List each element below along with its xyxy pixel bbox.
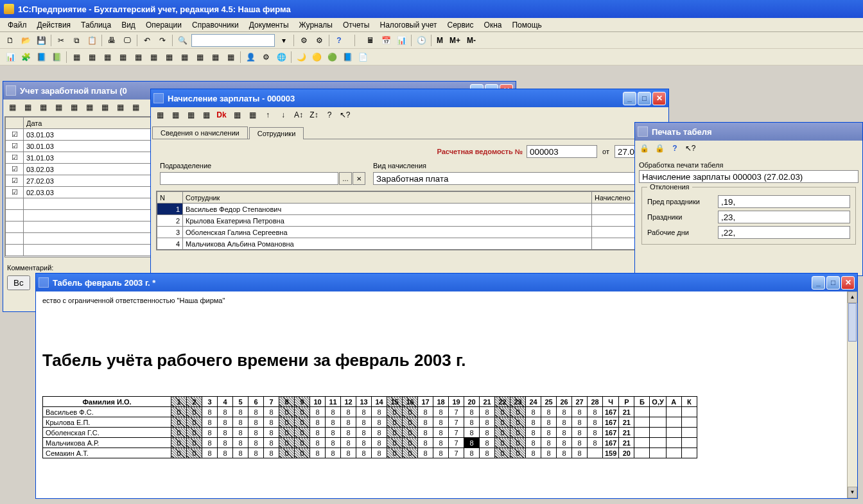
clock-icon[interactable]: 🕒 <box>414 33 428 48</box>
nav22-icon[interactable]: 📄 <box>356 50 370 64</box>
preview-icon[interactable]: 🖵 <box>120 33 134 48</box>
jtool1-icon[interactable]: ▦ <box>5 100 19 114</box>
select-button[interactable]: … <box>339 172 352 185</box>
podrazd-input[interactable] <box>160 172 338 185</box>
maximize-button[interactable]: □ <box>826 276 840 290</box>
memory-mminus-button[interactable]: М- <box>464 33 478 48</box>
ptool8-icon[interactable]: ↑ <box>261 108 275 122</box>
menu-Сервис[interactable]: Сервис <box>442 19 478 31</box>
nav17-icon[interactable]: ⚙ <box>259 50 273 64</box>
ptool2-icon[interactable]: ▦ <box>168 108 182 122</box>
chart-icon[interactable]: 📊 <box>394 33 408 48</box>
find-next-icon[interactable]: ▾ <box>277 33 291 48</box>
menu-Файл[interactable]: Файл <box>3 19 32 31</box>
ptool9-icon[interactable]: ↓ <box>276 108 290 122</box>
ptool4-icon[interactable]: ▦ <box>199 108 213 122</box>
nav3-icon[interactable]: 📘 <box>34 50 48 64</box>
tp-docinfo[interactable] <box>639 170 859 183</box>
new-icon[interactable]: 🗋 <box>3 33 17 48</box>
menu-Журналы[interactable]: Журналы <box>294 19 338 31</box>
nav7-icon[interactable]: ▦ <box>100 50 114 64</box>
ptool3-icon[interactable]: ▦ <box>184 108 198 122</box>
menu-Налоговый учет[interactable]: Налоговый учет <box>374 19 442 31</box>
menu-Операции[interactable]: Операции <box>141 19 187 31</box>
maximize-button[interactable]: □ <box>638 92 651 105</box>
cut-icon[interactable]: ✂ <box>54 33 68 48</box>
employees-table[interactable]: NСотрудникНачислено1Васильев Федор Степа… <box>157 191 663 250</box>
nav2-icon[interactable]: 🧩 <box>19 50 33 64</box>
nav20-icon[interactable]: 🟢 <box>325 50 339 64</box>
nav21-icon[interactable]: 📘 <box>340 50 354 64</box>
print-icon[interactable]: 🖶 <box>105 33 119 48</box>
nav4-icon[interactable]: 📗 <box>49 50 64 64</box>
help-icon[interactable]: ? <box>332 33 346 48</box>
paste-icon[interactable]: 📋 <box>85 33 99 48</box>
tp-help-icon[interactable]: ? <box>668 141 682 155</box>
nav1-icon[interactable]: 📊 <box>3 50 17 64</box>
compute-button[interactable]: Вс <box>7 275 30 290</box>
nav9-icon[interactable]: ▦ <box>131 50 145 64</box>
nav10-icon[interactable]: ▦ <box>146 50 161 64</box>
ptool7-icon[interactable]: ▦ <box>245 108 259 122</box>
tab-employees[interactable]: Сотрудники <box>249 127 304 139</box>
menu-Отчеты[interactable]: Отчеты <box>338 19 374 31</box>
save-icon[interactable]: 💾 <box>34 33 48 48</box>
minimize-button[interactable]: _ <box>812 276 825 290</box>
nav15-icon[interactable]: ▦ <box>223 50 238 64</box>
menu-Действия[interactable]: Действия <box>32 19 76 31</box>
tool-b-icon[interactable]: ⚙ <box>312 33 326 48</box>
ptool6-icon[interactable]: ▦ <box>230 108 244 122</box>
ptool5-icon[interactable]: Dk <box>214 108 229 122</box>
jtool8-icon[interactable]: ▦ <box>113 100 127 114</box>
payroll-titlebar[interactable]: Начисление зарплаты - 000003 _ □ ✕ <box>151 89 668 107</box>
close-button[interactable]: ✕ <box>652 92 666 105</box>
report-titlebar[interactable]: Табель февраль 2003 г. * _ □ ✕ <box>36 274 857 291</box>
tab-info[interactable]: Сведения о начислении <box>152 126 248 139</box>
redo-icon[interactable]: ↷ <box>155 33 170 48</box>
jtool5-icon[interactable]: ▦ <box>67 100 81 114</box>
clear-button[interactable]: ✕ <box>353 172 365 185</box>
rab-input[interactable] <box>718 226 850 239</box>
copy-icon[interactable]: ⧉ <box>69 33 83 48</box>
ptool12-icon[interactable]: ? <box>322 108 336 122</box>
jtool7-icon[interactable]: ▦ <box>98 100 112 114</box>
calendar-icon[interactable]: 📅 <box>379 33 393 48</box>
nav11-icon[interactable]: ▦ <box>162 50 176 64</box>
menu-Таблица[interactable]: Таблица <box>76 19 116 31</box>
menu-Окна[interactable]: Окна <box>479 19 507 31</box>
find-input[interactable] <box>191 34 275 47</box>
ptool10-icon[interactable]: A↕ <box>292 108 306 122</box>
nav18-icon[interactable]: 🌙 <box>294 50 308 64</box>
nav16-icon[interactable]: 👤 <box>243 50 257 64</box>
nav12-icon[interactable]: ▦ <box>177 50 191 64</box>
scrollbar-vertical[interactable] <box>847 291 857 498</box>
tp2-icon[interactable]: 🔒 <box>652 141 667 155</box>
find-icon[interactable]: 🔍 <box>175 33 189 48</box>
minimize-button[interactable]: _ <box>623 92 636 105</box>
menu-Вид[interactable]: Вид <box>116 19 141 31</box>
vid-input[interactable] <box>373 172 659 185</box>
vedomost-number-input[interactable] <box>527 145 597 158</box>
tool-a-icon[interactable]: ⚙ <box>297 33 311 48</box>
nav14-icon[interactable]: ▦ <box>208 50 222 64</box>
nav6-icon[interactable]: ▦ <box>85 50 99 64</box>
pred-input[interactable] <box>718 195 850 208</box>
memory-m-button[interactable]: М <box>434 33 446 48</box>
menu-Помощь[interactable]: Помощь <box>507 19 546 31</box>
menu-Справочники[interactable]: Справочники <box>187 19 244 31</box>
praz-input[interactable] <box>718 211 850 223</box>
calc-icon[interactable]: 🖩 <box>363 33 378 48</box>
open-icon[interactable]: 📂 <box>19 33 33 48</box>
tabel-table[interactable]: Фамилия И.О.1234567891011121314151617181… <box>42 396 697 458</box>
nav5-icon[interactable]: ▦ <box>69 50 83 64</box>
nav19-icon[interactable]: 🟡 <box>309 50 324 64</box>
ptool1-icon[interactable]: ▦ <box>153 108 167 122</box>
jtool2-icon[interactable]: ▦ <box>21 100 35 114</box>
jtool4-icon[interactable]: ▦ <box>51 100 65 114</box>
tp-cursor-help-icon[interactable]: ↖? <box>683 141 697 155</box>
jtool6-icon[interactable]: ▦ <box>82 100 96 114</box>
undo-icon[interactable]: ↶ <box>140 33 154 48</box>
globe-icon[interactable]: 🌐 <box>274 50 288 64</box>
ptool11-icon[interactable]: Z↕ <box>307 108 321 122</box>
scroll-thumb[interactable] <box>848 303 857 342</box>
